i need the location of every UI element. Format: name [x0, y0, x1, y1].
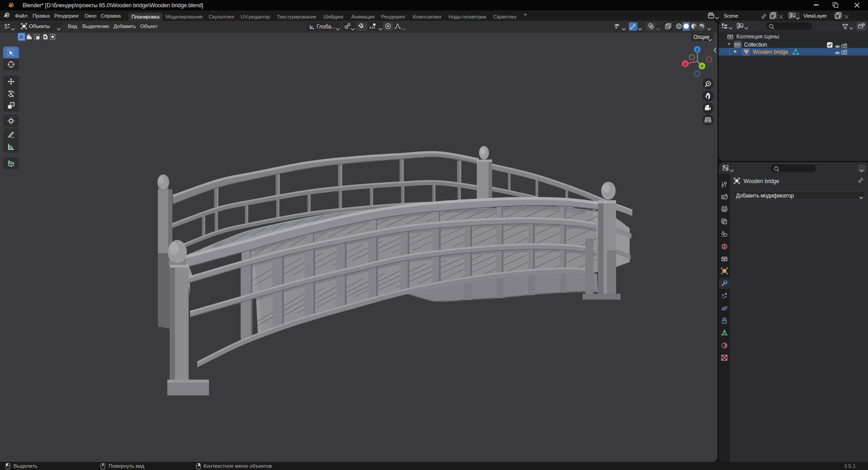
svg-text:Z: Z — [696, 47, 699, 52]
svg-text:X: X — [684, 61, 687, 66]
svg-text:Y: Y — [701, 64, 704, 69]
